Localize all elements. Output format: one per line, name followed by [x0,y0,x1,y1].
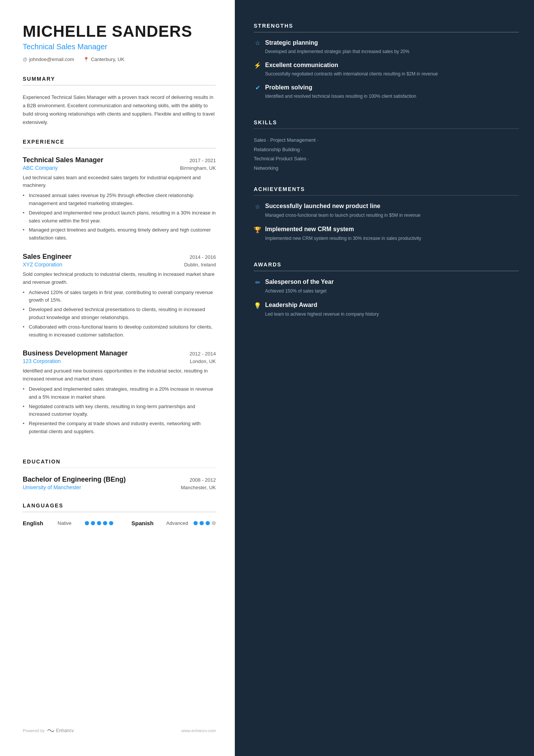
languages-section: LANGUAGES English Native Spanish Advance… [23,502,216,526]
exp-entry-1: Technical Sales Manager 2017 - 2021 ABC … [23,156,216,242]
exp-desc-2: Sold complex technical products to indus… [23,271,216,286]
strength-item-2: ⚡ Excellent communication Successfully n… [254,62,519,77]
exp-bullet-2-1: Achieved 120% of sales targets in first … [23,289,216,305]
star-icon-2: ☆ [254,203,261,210]
exp-location-2: Dublin, Ireland [184,262,216,268]
exp-header-1: Technical Sales Manager 2017 - 2021 [23,156,216,164]
achievement-desc-1: Managed cross-functional team to launch … [254,212,519,219]
strength-item-1: ☆ Strategic planning Developed and imple… [254,39,519,55]
exp-sub-3: 123 Corporation London, UK [23,358,216,364]
candidate-title: Technical Sales Manager [23,42,216,51]
strength-name-1: Strategic planning [265,39,318,46]
right-column: STRENGTHS ☆ Strategic planning Developed… [235,0,534,756]
dot-1-3 [97,521,101,525]
dot-2-2 [200,521,204,525]
summary-title: SUMMARY [23,76,216,82]
dot-2-3 [206,521,210,525]
achievement-name-2: Implemented new CRM system [265,225,354,233]
exp-date-2: 2014 - 2016 [190,254,216,260]
dot-1-2 [91,521,95,525]
dot-1-1 [85,521,89,525]
resume-wrapper: MICHELLE SANDERS Technical Sales Manager… [0,0,534,756]
experience-title: EXPERIENCE [23,139,216,145]
languages-title: LANGUAGES [23,502,216,509]
trophy-icon: 🏆 [254,226,261,233]
education-title: EDUCATION [23,459,216,465]
contact-info: @ johndoe@email.com 📍 Canterbury, UK [23,56,216,62]
education-section: EDUCATION Bachelor of Engineering (BEng)… [23,459,216,491]
location-contact: 📍 Canterbury, UK [83,56,125,62]
strength-desc-1: Developed and implemented strategic plan… [254,48,519,55]
left-column: MICHELLE SANDERS Technical Sales Manager… [0,0,235,756]
award-header-2: 💡 Leadership Award [254,301,519,309]
edu-header-1: Bachelor of Engineering (BEng) 2008 - 20… [23,476,216,484]
experience-divider [23,148,216,149]
achievements-divider [254,195,519,196]
strengths-section: STRENGTHS ☆ Strategic planning Developed… [254,23,519,106]
achievements-section: ACHIEVEMENTS ☆ Successfully launched new… [254,186,519,249]
edu-degree-1: Bachelor of Engineering (BEng) [23,476,126,484]
strength-name-3: Problem solving [265,84,312,91]
skill-sep-1: · [266,137,270,143]
email-value: johndoe@email.com [29,56,74,62]
footer-website: www.enhancv.com [181,728,216,733]
achievement-desc-2: Implemented new CRM system resulting in … [254,235,519,242]
exp-bullet-2-3: Collaborated with cross-functional teams… [23,323,216,339]
bulb-icon: 💡 [254,302,261,309]
skills-divider [254,128,519,129]
lang-level-2: Advanced [166,520,189,526]
exp-sub-2: XYZ Corporation Dublin, Ireland [23,261,216,268]
star-icon-1: ☆ [254,39,261,47]
exp-title-2: Sales Engineer [23,253,72,261]
candidate-name: MICHELLE SANDERS [23,23,216,40]
education-divider [23,468,216,468]
skill-5: Networking [254,165,278,171]
edu-location-1: Manchester, UK [181,485,216,490]
enhancv-logo-svg [47,728,55,733]
strength-header-2: ⚡ Excellent communication [254,62,519,69]
email-icon: @ [23,57,27,62]
exp-bullets-1: Increased annual sales revenue by 25% th… [23,192,216,242]
exp-bullet-3-1: Developed and implemented sales strategi… [23,385,216,401]
left-footer: Powered by Enhancv www.enhancv.com [23,720,216,733]
lang-dots-1 [85,521,113,525]
skill-sep-4: · [306,156,309,161]
lang-dots-2 [194,521,216,525]
exp-bullet-1-1: Increased annual sales revenue by 25% th… [23,192,216,208]
skills-list: Sales · Project Management · Relationshi… [254,136,519,173]
skills-title: SKILLS [254,119,519,125]
achievement-header-1: ☆ Successfully launched new product line [254,202,519,210]
exp-company-1: ABC Company [23,165,58,171]
exp-header-3: Business Development Manager 2012 - 2014 [23,349,216,357]
exp-bullet-3-3: Represented the company at trade shows a… [23,420,216,436]
location-value: Canterbury, UK [91,56,125,62]
powered-by-label: Powered by [23,728,45,733]
exp-location-1: Birmingham, UK [180,165,216,171]
dot-2-4 [212,521,216,525]
check-icon: ✔ [254,84,261,91]
award-item-1: ✏ Salesperson of the Year Achieved 150% … [254,278,519,294]
strengths-title: STRENGTHS [254,23,519,29]
skill-sep-3: · [300,147,302,152]
award-item-2: 💡 Leadership Award Led team to achieve h… [254,301,519,318]
dot-2-1 [194,521,198,525]
languages-divider [23,512,216,512]
lang-level-1: Native [58,520,80,526]
award-header-1: ✏ Salesperson of the Year [254,278,519,286]
skill-2: Project Management [270,137,315,143]
awards-divider [254,271,519,271]
exp-bullets-2: Achieved 120% of sales targets in first … [23,289,216,339]
exp-company-2: XYZ Corporation [23,261,62,268]
skill-1: Sales [254,137,266,143]
strength-header-3: ✔ Problem solving [254,84,519,91]
summary-section: SUMMARY Experienced Technical Sales Mana… [23,76,216,127]
summary-text: Experienced Technical Sales Manager with… [23,93,216,127]
pencil-icon: ✏ [254,279,261,286]
award-name-2: Leadership Award [265,301,317,309]
achievement-header-2: 🏆 Implemented new CRM system [254,225,519,233]
bolt-icon: ⚡ [254,62,261,69]
exp-title-3: Business Development Manager [23,349,128,357]
exp-date-1: 2017 - 2021 [190,158,216,163]
skill-4: Technical Product Sales [254,156,306,161]
exp-desc-3: Identified and pursued new business oppo… [23,367,216,383]
